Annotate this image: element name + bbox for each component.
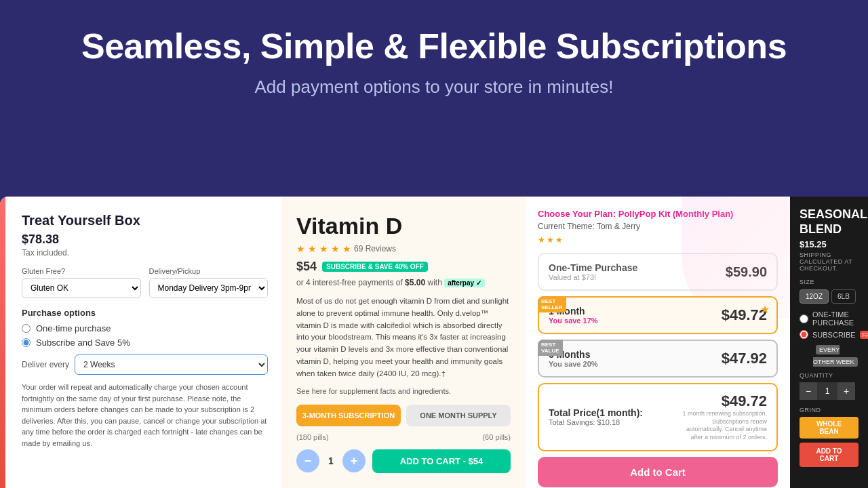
hero-section: Seamless, Simple & Flexible Subscription… (0, 0, 868, 197)
star-1: ★ (296, 243, 305, 254)
card4-qty-decrease[interactable]: − (800, 382, 817, 400)
plan-1month-save: You save 17% (549, 317, 598, 325)
hero-title: Seamless, Simple & Flexible Subscription… (14, 27, 854, 66)
pill-counts: (180 pills) (60 pills) (296, 433, 511, 441)
total-left: Total Price(1 month): Total Savings: $10… (549, 407, 643, 426)
card1-title: Treat Yourself Box (22, 213, 268, 228)
subscription-buttons: 3-MONTH SUBSCRIPTION ONE MONTH SUPPLY (296, 405, 511, 426)
card4-add-to-cart-button[interactable]: ADD TO CART (800, 443, 859, 467)
card4-sub-radio[interactable] (800, 330, 808, 339)
sub-type-item[interactable]: SUBSCRIBE FAQ (800, 330, 859, 339)
qty-increase-button[interactable]: + (342, 449, 366, 472)
every-other-label: EVERY OTHER WEEK (813, 345, 858, 367)
total-savings: Total Savings: $10.18 (549, 418, 643, 426)
plan-option-6months[interactable]: BESTVALUE 6 Months You save 20% $47.92 (538, 340, 778, 378)
card2-price: $54 (296, 260, 317, 274)
pills-1month: (60 pills) (482, 433, 511, 441)
afterpay-row: or 4 interest-free payments of $5.00 wit… (296, 278, 511, 287)
star-2: ★ (308, 243, 317, 254)
card4-qty-increase[interactable]: + (837, 382, 855, 400)
current-theme-label: Current Theme: (538, 222, 595, 231)
cards-area: Treat Yourself Box $78.38 Tax included. … (0, 197, 868, 488)
deliver-every-select[interactable]: 2 Weeks 1 Week 4 Weeks (75, 354, 268, 375)
purchase-options-label: Purchase options (22, 308, 268, 318)
1month-supply-button[interactable]: ONE MONTH SUPPLY (406, 405, 511, 426)
card2-stars: ★ ★ ★ ★ ★ 69 Reviews (296, 243, 511, 254)
card1-form-row: Gluten Free? Gluten OK Gluten Free Deliv… (22, 267, 268, 298)
plan-6month-right: $47.92 (722, 350, 767, 367)
subscribe-option[interactable]: Subscribe and Save 5% (22, 338, 268, 348)
size-12oz-button[interactable]: 12OZ (800, 289, 829, 304)
one-time-radio[interactable] (22, 324, 31, 333)
otp-valued: Valued at $73! (549, 273, 637, 281)
card4-shipping: SHIPPING CALCULATED AT CHECKOUT. (800, 251, 859, 272)
pills-3month: (180 pills) (296, 433, 329, 441)
size-buttons: 12OZ 6LB (800, 289, 859, 304)
total-price: $49.72 (679, 392, 767, 410)
subscribe-radio[interactable] (22, 338, 31, 347)
otp-name: One-Time Purchase (549, 262, 637, 273)
star-sm-3: ★ (555, 235, 563, 245)
star-5: ★ (342, 243, 351, 254)
delivery-group: Delivery/Pickup Monday Delivery 3pm-9pm … (149, 267, 269, 298)
qty-decrease-button[interactable]: − (296, 449, 319, 472)
afterpay-amount: $5.00 (405, 278, 425, 287)
subscribe-label: Subscribe and Save 5% (36, 338, 130, 348)
star-sm-1: ★ (538, 235, 545, 245)
card2-price-row: $54 SUBSCRIBE & SAVE 40% OFF (296, 260, 511, 274)
total-box: Total Price(1 month): Total Savings: $10… (538, 383, 778, 451)
card4-sub-label: SUBSCRIBE (812, 331, 856, 339)
total-label: Total Price(1 month): (549, 407, 643, 418)
3month-sub-button[interactable]: 3-MONTH SUBSCRIPTION (296, 405, 401, 426)
delivery-select[interactable]: Monday Delivery 3pm-9pm Tuesday Delivery… (149, 278, 269, 298)
afterpay-logo: afterpay ✓ (444, 279, 485, 287)
gluten-select[interactable]: Gluten OK Gluten Free (22, 278, 141, 298)
card4-qty-stepper: − 1 + (800, 382, 859, 400)
card4-price: $15.25 (800, 239, 859, 249)
whole-bean-button[interactable]: WHOLE BEAN (800, 417, 859, 439)
deliver-every-label: Deliver every (22, 360, 69, 369)
otp-type-item[interactable]: ONE-TIME PURCHASE (800, 310, 859, 327)
star-3: ★ (319, 243, 328, 254)
total-sub-text: 1 month renewing subscription. Subscript… (679, 410, 767, 442)
card4-grind-label: GRIND (800, 407, 859, 413)
total-right: $49.72 1 month renewing subscription. Su… (679, 392, 767, 442)
star-decoration: ★ (760, 303, 770, 316)
card2-see-here: See here for supplement facts and ingred… (296, 387, 511, 395)
hero-subtitle: Add payment options to your store in min… (14, 77, 854, 98)
card-vitamin-d: Vitamin D ★ ★ ★ ★ ★ 69 Reviews $54 SUBSC… (281, 197, 526, 488)
delivery-label: Delivery/Pickup (149, 267, 269, 275)
size-6lb-button[interactable]: 6LB (831, 289, 856, 304)
best-seller-badge: BESTSELLER (538, 296, 566, 312)
card-treat-yourself: Treat Yourself Box $78.38 Tax included. … (0, 197, 281, 488)
card4-otp-radio[interactable] (800, 314, 808, 323)
card2-sub-badge: SUBSCRIBE & SAVE 40% OFF (322, 262, 428, 272)
faq-badge: FAQ (860, 331, 868, 339)
gluten-group: Gluten Free? Gluten OK Gluten Free (22, 267, 141, 298)
otp-left: One-Time Purchase Valued at $73! (549, 262, 637, 281)
card4-qty-value: 1 (817, 382, 837, 400)
gluten-label: Gluten Free? (22, 267, 141, 275)
add-to-cart-button[interactable]: ADD TO CART - $54 (372, 449, 511, 473)
star-4: ★ (331, 243, 340, 254)
qty-add-row: − 1 + ADD TO CART - $54 (296, 449, 511, 473)
purchase-type-group: ONE-TIME PURCHASE SUBSCRIBE FAQ EVERY OT… (800, 310, 859, 367)
card1-description: Your order will repeat and automatically… (22, 382, 268, 449)
plan-6month-save: You save 20% (549, 360, 598, 368)
card4-size-label: SIZE (800, 279, 859, 285)
card-pollypop: Choose Your Plan: PollyPop Kit (Monthly … (526, 197, 790, 488)
card4-otp-label: ONE-TIME PURCHASE (812, 310, 859, 327)
qty-value: 1 (319, 449, 342, 472)
card-seasonal-blend: SEASONAL BLEND $15.25 SHIPPING CALCULATE… (790, 197, 868, 488)
card2-description: Most of us do not get enough vitamin D f… (296, 296, 511, 380)
deliver-row: Deliver every 2 Weeks 1 Week 4 Weeks (22, 354, 268, 375)
card3-add-to-cart-button[interactable]: Add to Cart (538, 457, 778, 487)
plan-option-1month[interactable]: BESTSELLER 1 Month You save 17% $49.72 ★ (538, 296, 778, 334)
card2-reviews: 69 Reviews (354, 244, 396, 253)
one-time-option[interactable]: One-time purchase (22, 323, 268, 333)
choose-plan-label: Choose Your Plan: (538, 209, 616, 219)
card-accent-bar (0, 197, 5, 488)
current-theme-value: Tom & Jerry (597, 222, 640, 231)
best-value-badge: BESTVALUE (538, 340, 563, 356)
card4-qty-label: QUANTITY (800, 372, 859, 379)
